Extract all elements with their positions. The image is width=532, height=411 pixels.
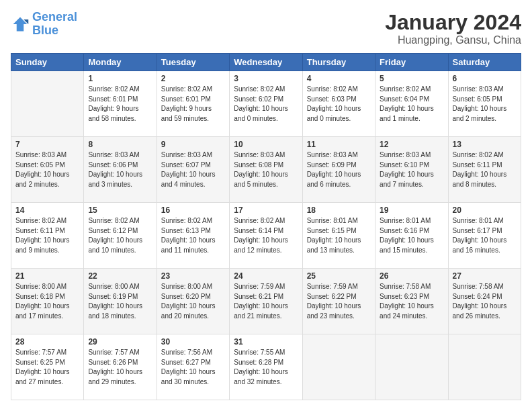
day-number: 30	[161, 337, 225, 347]
calendar-cell: 19Sunrise: 8:01 AM Sunset: 6:16 PM Dayli…	[375, 203, 448, 269]
day-number: 21	[15, 271, 79, 281]
day-number: 4	[307, 74, 371, 83]
calendar-cell: 13Sunrise: 8:02 AM Sunset: 6:11 PM Dayli…	[448, 137, 521, 203]
day-number: 18	[307, 205, 371, 215]
calendar-cell: 11Sunrise: 8:03 AM Sunset: 6:09 PM Dayli…	[302, 137, 375, 203]
day-info: Sunrise: 8:03 AM Sunset: 6:09 PM Dayligh…	[307, 150, 371, 189]
page: General Blue January 2024 Huangping, Gan…	[0, 0, 532, 411]
logo-line2: Blue	[32, 24, 58, 37]
calendar-cell: 31Sunrise: 7:55 AM Sunset: 6:28 PM Dayli…	[230, 334, 302, 400]
calendar-week-1: 7Sunrise: 8:03 AM Sunset: 6:05 PM Daylig…	[11, 137, 521, 203]
calendar-cell: 1Sunrise: 8:02 AM Sunset: 6:01 PM Daylig…	[84, 71, 157, 137]
day-info: Sunrise: 8:03 AM Sunset: 6:07 PM Dayligh…	[161, 150, 225, 189]
day-number: 15	[88, 205, 152, 215]
day-number: 3	[234, 74, 298, 83]
svg-marker-0	[13, 17, 28, 31]
calendar-cell: 6Sunrise: 8:03 AM Sunset: 6:05 PM Daylig…	[448, 71, 521, 137]
col-saturday: Saturday	[448, 54, 521, 71]
calendar-cell: 9Sunrise: 8:03 AM Sunset: 6:07 PM Daylig…	[157, 137, 229, 203]
day-number: 25	[307, 271, 371, 281]
day-info: Sunrise: 8:02 AM Sunset: 6:12 PM Dayligh…	[88, 216, 152, 255]
day-info: Sunrise: 8:03 AM Sunset: 6:10 PM Dayligh…	[380, 150, 443, 189]
day-number: 28	[15, 337, 79, 347]
calendar-cell: 30Sunrise: 7:56 AM Sunset: 6:27 PM Dayli…	[157, 334, 229, 400]
day-info: Sunrise: 8:02 AM Sunset: 6:03 PM Dayligh…	[307, 85, 371, 124]
day-info: Sunrise: 7:58 AM Sunset: 6:24 PM Dayligh…	[453, 282, 517, 321]
calendar-week-3: 21Sunrise: 8:00 AM Sunset: 6:18 PM Dayli…	[11, 269, 521, 334]
day-number: 7	[15, 140, 79, 149]
day-number: 26	[380, 271, 443, 281]
calendar-cell: 5Sunrise: 8:02 AM Sunset: 6:04 PM Daylig…	[375, 71, 448, 137]
day-number: 5	[380, 74, 443, 83]
day-number: 19	[380, 205, 443, 215]
day-number: 22	[88, 271, 152, 281]
title-block: January 2024 Huangping, Gansu, China	[385, 11, 521, 46]
calendar-cell: 25Sunrise: 7:59 AM Sunset: 6:22 PM Dayli…	[302, 269, 375, 334]
calendar-week-2: 14Sunrise: 8:02 AM Sunset: 6:11 PM Dayli…	[11, 203, 521, 269]
day-number: 31	[234, 337, 298, 347]
day-info: Sunrise: 8:01 AM Sunset: 6:17 PM Dayligh…	[453, 216, 517, 255]
calendar-cell	[302, 334, 375, 400]
calendar-cell: 15Sunrise: 8:02 AM Sunset: 6:12 PM Dayli…	[84, 203, 157, 269]
day-info: Sunrise: 8:01 AM Sunset: 6:15 PM Dayligh…	[307, 216, 371, 255]
calendar-cell: 29Sunrise: 7:57 AM Sunset: 6:26 PM Dayli…	[84, 334, 157, 400]
calendar-table: Sunday Monday Tuesday Wednesday Thursday…	[11, 53, 521, 400]
day-info: Sunrise: 8:03 AM Sunset: 6:05 PM Dayligh…	[15, 150, 79, 189]
calendar-cell	[448, 334, 521, 400]
calendar-cell: 14Sunrise: 8:02 AM Sunset: 6:11 PM Dayli…	[11, 203, 84, 269]
day-info: Sunrise: 7:58 AM Sunset: 6:23 PM Dayligh…	[380, 282, 443, 321]
day-info: Sunrise: 8:03 AM Sunset: 6:06 PM Dayligh…	[88, 150, 152, 189]
calendar-cell: 23Sunrise: 8:00 AM Sunset: 6:20 PM Dayli…	[157, 269, 229, 334]
calendar-cell: 18Sunrise: 8:01 AM Sunset: 6:15 PM Dayli…	[302, 203, 375, 269]
day-info: Sunrise: 8:02 AM Sunset: 6:11 PM Dayligh…	[15, 216, 79, 255]
calendar-cell: 20Sunrise: 8:01 AM Sunset: 6:17 PM Dayli…	[448, 203, 521, 269]
day-number: 8	[88, 140, 152, 149]
day-info: Sunrise: 7:57 AM Sunset: 6:26 PM Dayligh…	[88, 348, 152, 387]
day-info: Sunrise: 8:02 AM Sunset: 6:02 PM Dayligh…	[234, 85, 298, 124]
calendar-cell: 8Sunrise: 8:03 AM Sunset: 6:06 PM Daylig…	[84, 137, 157, 203]
day-number: 12	[380, 140, 443, 149]
col-thursday: Thursday	[302, 54, 375, 71]
calendar-header-row: Sunday Monday Tuesday Wednesday Thursday…	[11, 54, 521, 71]
day-info: Sunrise: 7:59 AM Sunset: 6:22 PM Dayligh…	[307, 282, 371, 321]
calendar-cell: 12Sunrise: 8:03 AM Sunset: 6:10 PM Dayli…	[375, 137, 448, 203]
day-number: 2	[161, 74, 225, 83]
calendar-cell: 17Sunrise: 8:02 AM Sunset: 6:14 PM Dayli…	[230, 203, 302, 269]
col-friday: Friday	[375, 54, 448, 71]
calendar-cell	[375, 334, 448, 400]
col-wednesday: Wednesday	[230, 54, 302, 71]
calendar-cell	[11, 71, 84, 137]
day-info: Sunrise: 8:02 AM Sunset: 6:14 PM Dayligh…	[234, 216, 298, 255]
day-info: Sunrise: 7:57 AM Sunset: 6:25 PM Dayligh…	[15, 348, 79, 387]
day-number: 11	[307, 140, 371, 149]
day-number: 1	[88, 74, 152, 83]
main-title: January 2024	[385, 11, 521, 34]
day-info: Sunrise: 8:02 AM Sunset: 6:13 PM Dayligh…	[161, 216, 225, 255]
logo: General Blue	[11, 11, 77, 38]
day-number: 23	[161, 271, 225, 281]
calendar-cell: 21Sunrise: 8:00 AM Sunset: 6:18 PM Dayli…	[11, 269, 84, 334]
day-info: Sunrise: 7:55 AM Sunset: 6:28 PM Dayligh…	[234, 348, 298, 387]
day-number: 20	[453, 205, 517, 215]
day-info: Sunrise: 8:03 AM Sunset: 6:05 PM Dayligh…	[453, 85, 517, 124]
day-number: 9	[161, 140, 225, 149]
calendar-cell: 2Sunrise: 8:02 AM Sunset: 6:01 PM Daylig…	[157, 71, 229, 137]
day-info: Sunrise: 7:56 AM Sunset: 6:27 PM Dayligh…	[161, 348, 225, 387]
day-number: 17	[234, 205, 298, 215]
day-info: Sunrise: 8:03 AM Sunset: 6:08 PM Dayligh…	[234, 150, 298, 189]
col-tuesday: Tuesday	[157, 54, 229, 71]
header: General Blue January 2024 Huangping, Gan…	[11, 11, 521, 46]
day-number: 29	[88, 337, 152, 347]
day-info: Sunrise: 7:59 AM Sunset: 6:21 PM Dayligh…	[234, 282, 298, 321]
day-number: 10	[234, 140, 298, 149]
calendar-cell: 27Sunrise: 7:58 AM Sunset: 6:24 PM Dayli…	[448, 269, 521, 334]
day-number: 24	[234, 271, 298, 281]
calendar-cell: 16Sunrise: 8:02 AM Sunset: 6:13 PM Dayli…	[157, 203, 229, 269]
calendar-cell: 3Sunrise: 8:02 AM Sunset: 6:02 PM Daylig…	[230, 71, 302, 137]
col-monday: Monday	[84, 54, 157, 71]
day-info: Sunrise: 8:01 AM Sunset: 6:16 PM Dayligh…	[380, 216, 443, 255]
col-sunday: Sunday	[11, 54, 84, 71]
calendar-cell: 26Sunrise: 7:58 AM Sunset: 6:23 PM Dayli…	[375, 269, 448, 334]
logo-line1: General	[32, 10, 77, 24]
day-info: Sunrise: 8:00 AM Sunset: 6:20 PM Dayligh…	[161, 282, 225, 321]
